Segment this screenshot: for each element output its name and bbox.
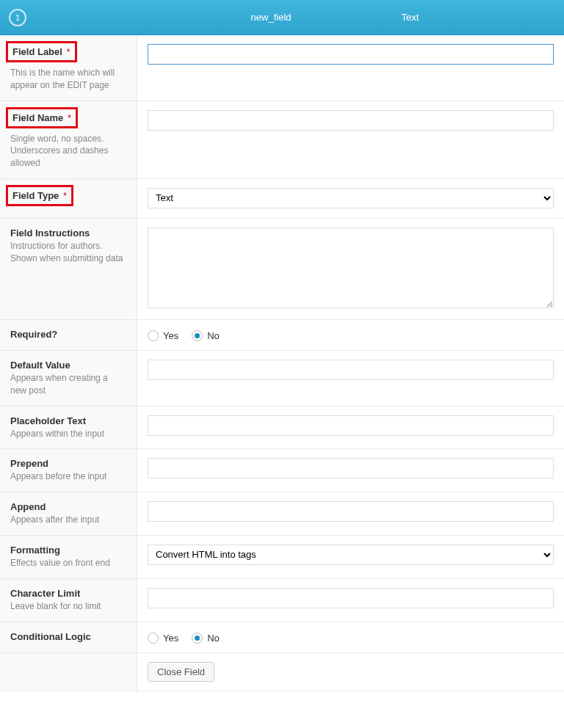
- desc-prepend: Appears before the input: [10, 470, 126, 483]
- input-prepend[interactable]: [148, 458, 554, 478]
- radio-required-no[interactable]: No: [192, 330, 220, 341]
- label-field-type: Field Type: [12, 190, 59, 201]
- row-formatting: Formatting Effects value on front end Co…: [0, 536, 564, 579]
- radio-icon: [148, 633, 159, 644]
- label-append: Append: [10, 501, 46, 512]
- desc-field-instructions: Instructions for authors. Shown when sub…: [10, 240, 126, 265]
- label-char-limit: Character Limit: [10, 588, 80, 599]
- field-order-badge[interactable]: 1: [9, 9, 26, 26]
- row-conditional-logic: Conditional Logic Yes No: [0, 622, 564, 653]
- row-field-instructions: Field Instructions Instructions for auth…: [0, 219, 564, 320]
- label-placeholder-text: Placeholder Text: [10, 415, 86, 426]
- desc-placeholder-text: Appears within the input: [10, 428, 126, 440]
- header-field-type: Text: [402, 12, 419, 23]
- required-asterisk: *: [67, 46, 70, 57]
- radio-required-yes[interactable]: Yes: [148, 330, 178, 341]
- field-order-number: 1: [15, 13, 20, 22]
- desc-char-limit: Leave blank for no limit: [10, 600, 126, 613]
- label-field-name: Field Name: [12, 112, 63, 123]
- radio-conditional-yes[interactable]: Yes: [148, 633, 178, 644]
- radio-icon: [148, 330, 159, 341]
- desc-formatting: Effects value on front end: [10, 557, 126, 569]
- label-default-value: Default Value: [10, 360, 70, 371]
- row-field-type: Field Type * Text: [0, 179, 564, 219]
- input-append[interactable]: [148, 501, 554, 522]
- label-conditional-logic: Conditional Logic: [10, 631, 91, 642]
- field-settings-table: Field Label * This is the name which wil…: [0, 35, 564, 691]
- header-field-name: new_field: [251, 12, 292, 23]
- label-required: Required?: [10, 329, 57, 340]
- desc-field-name: Single word, no spaces. Underscores and …: [10, 133, 126, 170]
- input-default-value[interactable]: [148, 360, 554, 380]
- input-field-label[interactable]: [148, 44, 554, 65]
- row-field-name: Field Name * Single word, no spaces. Und…: [0, 101, 564, 179]
- row-append: Append Appears after the input: [0, 492, 564, 536]
- desc-field-label: This is the name which will appear on th…: [10, 67, 126, 92]
- textarea-field-instructions[interactable]: [148, 228, 554, 308]
- radio-conditional-no[interactable]: No: [192, 633, 220, 644]
- row-default-value: Default Value Appears when creating a ne…: [0, 351, 564, 407]
- row-char-limit: Character Limit Leave blank for no limit: [0, 579, 564, 622]
- required-asterisk: *: [63, 190, 67, 201]
- input-char-limit[interactable]: [148, 588, 554, 608]
- input-placeholder-text[interactable]: [148, 415, 554, 436]
- radio-icon: [192, 633, 203, 644]
- radio-label-no: No: [207, 633, 220, 644]
- row-field-label: Field Label * This is the name which wil…: [0, 35, 564, 101]
- radio-label-yes: Yes: [163, 633, 178, 644]
- field-header: 1 new_field Text: [0, 0, 564, 35]
- row-required: Required? Yes No: [0, 320, 564, 351]
- select-formatting[interactable]: Convert HTML into tags: [148, 545, 554, 565]
- label-prepend: Prepend: [10, 458, 48, 469]
- label-field-label: Field Label: [12, 46, 62, 57]
- desc-default-value: Appears when creating a new post: [10, 372, 126, 397]
- radio-label-no: No: [207, 330, 220, 341]
- close-field-button[interactable]: Close Field: [148, 662, 214, 682]
- row-placeholder-text: Placeholder Text Appears within the inpu…: [0, 407, 564, 450]
- radio-icon: [192, 330, 203, 341]
- row-prepend: Prepend Appears before the input: [0, 449, 564, 492]
- radio-label-yes: Yes: [163, 330, 178, 341]
- required-asterisk: *: [68, 112, 71, 123]
- label-formatting: Formatting: [10, 545, 60, 556]
- label-field-instructions: Field Instructions: [10, 228, 90, 239]
- row-footer: Close Field: [0, 653, 564, 691]
- input-field-name[interactable]: [148, 110, 554, 131]
- select-field-type[interactable]: Text: [148, 188, 554, 208]
- desc-append: Appears after the input: [10, 514, 126, 526]
